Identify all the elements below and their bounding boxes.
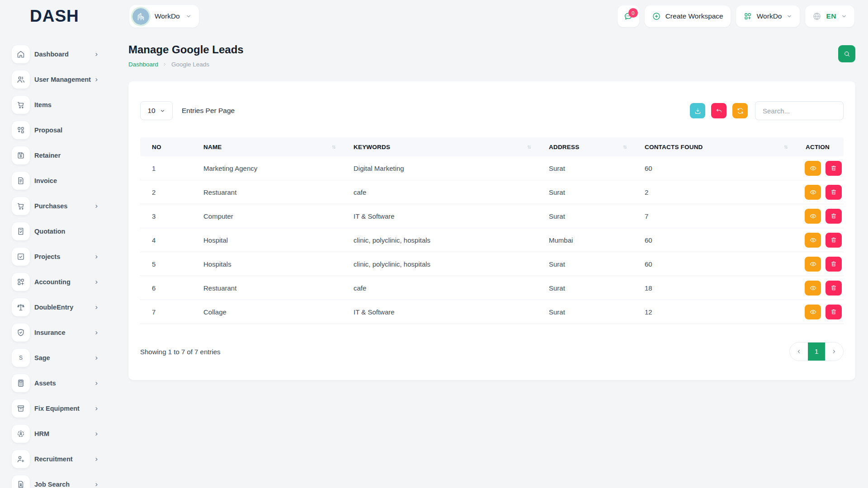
sort-icon[interactable] [526, 144, 533, 150]
column-header[interactable]: ADDRESS [537, 144, 633, 150]
view-lead-button[interactable] [805, 185, 821, 200]
workspace-selector[interactable]: WorkDo [129, 5, 199, 28]
cell-actions [794, 257, 844, 272]
export-button[interactable] [690, 103, 705, 118]
cell-name: Restuarant [192, 284, 342, 292]
column-header[interactable]: KEYWORDS [342, 144, 537, 150]
sidebar-item[interactable]: S Sage [0, 349, 113, 367]
chevron-right-icon [94, 355, 99, 361]
delete-lead-button[interactable] [826, 305, 842, 319]
chevron-right-icon [94, 482, 99, 488]
sidebar-item[interactable]: Accounting [0, 273, 113, 291]
entries-per-page-select[interactable]: 10 [140, 101, 173, 120]
toolbar-actions [690, 101, 844, 120]
chevron-right-icon [94, 431, 99, 437]
cell-actions [794, 185, 844, 200]
sort-icon[interactable] [622, 144, 628, 150]
cell-actions [794, 233, 844, 248]
sidebar-item[interactable]: DoubleEntry [0, 298, 113, 316]
delete-lead-button[interactable] [826, 161, 842, 176]
sidebar-item[interactable]: Insurance [0, 324, 113, 342]
cell-keywords: IT & Software [342, 308, 537, 316]
grid-plus-icon [12, 273, 30, 291]
cell-name: Hospitals [192, 260, 342, 268]
page-number-active[interactable]: 1 [808, 342, 825, 361]
cell-name: Hospital [192, 236, 342, 244]
column-header[interactable]: NO [140, 144, 192, 150]
sidebar-item-label: Purchases [34, 202, 67, 210]
sort-icon[interactable] [783, 144, 789, 150]
view-lead-button[interactable] [805, 305, 821, 319]
sidebar-item[interactable]: HRM [0, 425, 113, 443]
sidebar-item[interactable]: Quotation [0, 222, 113, 240]
view-lead-button[interactable] [805, 281, 821, 296]
eye-icon [809, 308, 817, 316]
chevron-right-icon [94, 305, 99, 310]
messages-button[interactable]: 0 [618, 5, 639, 27]
reset-button[interactable] [711, 103, 726, 118]
sidebar-item[interactable]: Fix Equipment [0, 399, 113, 418]
delete-lead-button[interactable] [826, 209, 842, 224]
column-header[interactable]: ACTION [794, 144, 844, 150]
delete-lead-button[interactable] [826, 281, 842, 296]
sidebar-item[interactable]: Assets [0, 374, 113, 392]
breadcrumb-dashboard-link[interactable]: Dashboard [128, 61, 158, 68]
sidebar-item[interactable]: Projects [0, 248, 113, 266]
entries-per-page-label: Entries Per Page [182, 107, 235, 115]
delete-lead-button[interactable] [826, 257, 842, 272]
column-header-label: CONTACTS FOUND [645, 144, 703, 150]
sidebar-item[interactable]: Recruitment [0, 450, 113, 468]
sidebar-item[interactable]: Proposal [0, 121, 113, 139]
next-page-button[interactable] [825, 342, 843, 361]
view-lead-button[interactable] [805, 257, 821, 272]
view-lead-button[interactable] [805, 233, 821, 248]
search-icon [843, 50, 851, 58]
sidebar-item-label: Assets [34, 380, 56, 387]
sidebar-item-label: Projects [34, 253, 60, 260]
sidebar-item[interactable]: Dashboard [0, 45, 113, 63]
sidebar-item-label: HRM [34, 430, 49, 437]
column-header[interactable]: NAME [192, 144, 342, 150]
refresh-button[interactable] [732, 103, 748, 118]
logo[interactable]: DASH [0, 7, 113, 26]
sidebar-item-label: Proposal [34, 127, 62, 134]
chevron-down-icon [786, 13, 793, 19]
delete-lead-button[interactable] [826, 233, 842, 248]
cell-keywords: Digital Marketing [342, 164, 537, 172]
sidebar-item[interactable]: Purchases [0, 197, 113, 215]
view-lead-button[interactable] [805, 209, 821, 224]
view-lead-button[interactable] [805, 161, 821, 176]
create-workspace-button[interactable]: Create Workspace [645, 5, 731, 27]
globe-icon [812, 12, 821, 21]
sort-icon[interactable] [330, 144, 337, 150]
chevron-right-icon [94, 77, 99, 83]
proposal-icon [12, 121, 30, 139]
previous-page-button[interactable] [790, 342, 808, 361]
cell-no: 1 [140, 164, 192, 172]
table-toolbar: 10 Entries Per Page [140, 101, 844, 120]
search-input[interactable] [755, 101, 844, 120]
sidebar-item[interactable]: Items [0, 96, 113, 114]
page-header: Manage Google Leads Dashboard Google Lea… [128, 43, 855, 68]
cell-keywords: IT & Software [342, 212, 537, 220]
column-header-label: ACTION [806, 144, 830, 150]
delete-lead-button[interactable] [826, 185, 842, 200]
sidebar-item[interactable]: Job Search [0, 475, 113, 488]
refresh-icon [736, 107, 744, 115]
quotation-icon [12, 222, 30, 240]
language-selector[interactable]: EN [805, 5, 854, 27]
cell-address: Surat [537, 164, 633, 172]
workspace-menu-button[interactable]: WorkDo [736, 5, 800, 27]
chevron-right-icon [94, 52, 99, 57]
column-header-label: ADDRESS [549, 144, 579, 150]
search-toggle-button[interactable] [838, 45, 855, 62]
cell-contacts-found: 2 [633, 188, 794, 196]
sidebar-item[interactable]: User Management [0, 70, 113, 89]
cell-no: 4 [140, 236, 192, 244]
column-header[interactable]: CONTACTS FOUND [633, 144, 794, 150]
workspace-selector-label: WorkDo [155, 12, 180, 20]
sidebar-item[interactable]: Invoice [0, 172, 113, 190]
sidebar-item[interactable]: Retainer [0, 146, 113, 164]
sidebar-item-label: Fix Equipment [34, 405, 80, 412]
trash-icon [830, 212, 837, 220]
